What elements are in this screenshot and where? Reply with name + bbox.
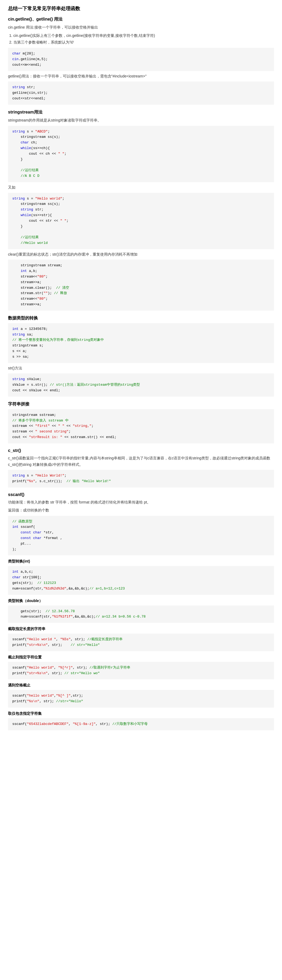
heading-type-double: 类型转换（double） — [8, 598, 274, 603]
code-stringstream-2: string s = "Hello world"; stringstream s… — [8, 193, 274, 249]
list-item: 当第三个参数省略时，系统默认为'\0' — [13, 39, 274, 46]
heading-fixed-len: 截取指定长度的字符串 — [8, 627, 274, 632]
heading-string-concat: 字符串拼接 — [8, 401, 274, 407]
heading-cin-getline: cin.getline()、getline() 用法 — [8, 17, 274, 22]
section-string-concat: 字符串拼接 stringstream sstream; // 将多个字符串放入 … — [8, 401, 274, 443]
code-sscanf-proto: // 函数原型 int sscanf( const char *str, con… — [8, 516, 274, 555]
section-stringstream: stringstream用法 stringstream的作用就是从string对… — [8, 110, 274, 311]
page-title: 总结一下常见常见字符串处理函数 — [8, 5, 274, 12]
heading-sscanf: sscanf() — [8, 492, 274, 497]
heading-fixed-pos: 截止到指定字符位置 — [8, 655, 274, 660]
code-sscanf-tospace: sscanf("hello world","%[^ ]",str); print… — [8, 690, 274, 708]
code-data-convert-1: int a = 12345678; string sa; // 将一个整形变量转… — [8, 323, 274, 363]
code-cin-getline-1: char m[20]; cin.getline(m,5); cout<<m<<e… — [8, 48, 274, 71]
heading-to-space: 遇到空格截止 — [8, 683, 274, 688]
code-stringstream-1: string s = "ABCD"; stringstream ss(s); c… — [8, 126, 274, 182]
c-str-desc: c_str()函数返回一个指向正规C字符串的指针常量,内容与本string串相同… — [8, 455, 274, 468]
code-getline-1: string str; getline(cin,str); cout<<str<… — [8, 81, 274, 105]
sscanf-return: 返回值：成功转换的个数 — [8, 507, 274, 514]
sscanf-desc1: 功能体现：将传入的参数 str 字符串，按照 format 的格式进行转化并将结… — [8, 499, 274, 506]
section-cin-getline: cin.getline()、getline() 用法 cin.getline 用… — [8, 17, 274, 105]
code-string-concat: stringstream sstream; // 将多个字符串放入 sstrea… — [8, 409, 274, 443]
heading-data-convert: 数据类型的转换 — [8, 315, 274, 321]
heading-type-int: 类型转换(int) — [8, 559, 274, 564]
code-sscanf-int: int a,b,c; char str[100]; gets(str); // … — [8, 566, 274, 595]
list-item: cin.getline()实际上有三个参数，cin.getline(接收字符串的… — [13, 32, 274, 39]
code-sscanf-fixedpos: sscanf("Hello world", "%[^r]", str); //取… — [8, 662, 274, 679]
heading-stringstream: stringstream用法 — [8, 110, 274, 115]
stringstream-desc: stringstream的作用就是从string对象读取字符或字符串。 — [8, 117, 274, 124]
section-data-convert: 数据类型的转换 int a = 12345678; string sa; // … — [8, 315, 274, 397]
code-str-method: string sValue; sValue = s.str(); // str(… — [8, 374, 274, 396]
cin-getline-desc: cin.getline 用法:接收一个字符串，可以接收空格并输出 — [8, 24, 274, 31]
section-sscanf: sscanf() 功能体现：将传入的参数 str 字符串，按照 format 的… — [8, 492, 274, 730]
clear-desc: clear()重置流的标志状态；str()清空流的内存缓冲，重复使用内存消耗不再… — [8, 251, 274, 258]
heading-charset: 取仅包含指定字符集 — [8, 711, 274, 716]
str-method-label: str()方法 — [8, 365, 274, 372]
code-c-str: string s = "Hello World!"; printf("%s", … — [8, 470, 274, 487]
code-sscanf-charset: sscanf("65432labcdefABCDEF", "%[1-9a-z]"… — [8, 718, 274, 730]
also-label: 又如 — [8, 184, 274, 191]
heading-c-str: c_str() — [8, 448, 274, 453]
code-stringstream-3: stringstream stream; int a,b; stream<<"8… — [8, 259, 274, 310]
code-sscanf-double: gets(str); // 12.34.56.78 num=sscanf(str… — [8, 606, 274, 623]
cin-getline-list: cin.getline()实际上有三个参数，cin.getline(接收字符串的… — [8, 32, 274, 46]
getline-desc: getline()用法：接收一个字符串，可以接收空格并输出，需包含"#inclu… — [8, 73, 274, 80]
section-c-str: c_str() c_str()函数返回一个指向正规C字符串的指针常量,内容与本s… — [8, 448, 274, 487]
code-sscanf-fixedlen: sscanf("Hello world ", "%5s", str); //截指… — [8, 633, 274, 651]
